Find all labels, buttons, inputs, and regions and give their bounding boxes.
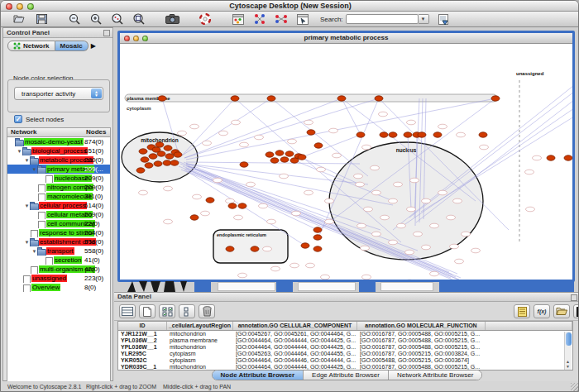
graph-node-unselected[interactable] (288, 139, 297, 144)
table-row[interactable]: YPL036W__2plasma membrane[GO:0044464, GO… (118, 337, 572, 344)
graph-node-unselected[interactable] (290, 263, 299, 268)
tree-item-unassigned[interactable]: unassigned223(0) (7, 274, 110, 283)
graph-node-selected[interactable] (290, 158, 299, 163)
graph-node-unselected[interactable] (361, 246, 370, 251)
graph-node-selected[interactable] (275, 151, 284, 155)
graph-node-selected[interactable] (479, 132, 487, 137)
tree-item-cellular-metabo[interactable]: cellular metabo209(0) (7, 210, 110, 219)
zoom-in-icon[interactable] (87, 12, 105, 26)
graph-node-unselected[interactable] (397, 223, 406, 228)
graph-node-selected[interactable] (152, 147, 160, 152)
graph-node-selected[interactable] (418, 132, 426, 137)
graph-node-unselected[interactable] (178, 131, 187, 136)
graph-node-unselected[interactable] (430, 271, 439, 276)
graph-node-unselected[interactable] (430, 223, 439, 228)
zoom-out-icon[interactable] (65, 12, 84, 26)
graph-node-selected[interactable] (433, 132, 442, 137)
advanced-search-icon[interactable] (434, 12, 452, 26)
expand-arrow-icon[interactable]: ▼ (31, 249, 37, 254)
graph-node-selected[interactable] (154, 161, 162, 166)
graph-node-selected[interactable] (285, 151, 294, 156)
graph-node-selected[interactable] (266, 152, 274, 157)
tree-item-nitrogen-compo[interactable]: nitrogen compo209(0) (7, 183, 110, 192)
background-window[interactable] (218, 282, 275, 291)
table-scrollbar-arrows[interactable]: ▲▼ (564, 359, 572, 369)
save-icon[interactable] (32, 12, 50, 26)
graph-node-unselected[interactable] (306, 263, 315, 268)
select-attributes-icon[interactable] (159, 304, 175, 318)
graph-node-unselected[interactable] (457, 132, 466, 137)
graph-node-selected[interactable] (145, 163, 153, 168)
graph-node-unselected[interactable] (317, 167, 326, 172)
graph-node-selected[interactable] (226, 246, 234, 251)
graph-node-selected[interactable] (251, 246, 259, 251)
graph-node-selected[interactable] (228, 203, 237, 208)
graph-node-unselected[interactable] (414, 232, 423, 237)
graph-node-selected[interactable] (301, 243, 309, 248)
expand-arrow-icon[interactable]: ▼ (17, 149, 22, 154)
graph-node-unselected[interactable] (371, 165, 380, 170)
graph-node-unselected[interactable] (193, 194, 202, 199)
layout-network-icon[interactable] (251, 12, 269, 26)
tab-node-attribute-browser[interactable]: Node Attribute Browser (213, 370, 304, 380)
tab-network-attribute-browser[interactable]: Network Attribute Browser (389, 370, 481, 380)
tree-item-cell-communicat[interactable]: cell communicat22(0) (7, 219, 110, 228)
help-icon[interactable] (196, 12, 214, 26)
graph-node-selected[interactable] (206, 198, 214, 203)
more-tabs-icon[interactable]: ▶ (91, 42, 96, 50)
import-attributes-icon[interactable] (553, 304, 570, 318)
tree-item-overview[interactable]: Overview8(0) (7, 283, 110, 292)
graph-node-selected[interactable] (404, 132, 412, 137)
attribute-browser-icon[interactable] (294, 12, 312, 26)
table-row[interactable]: YKR052Ccytoplasm[GO:0044464, GO:0044446,… (118, 357, 572, 364)
graph-node-unselected[interactable] (232, 120, 241, 125)
graph-node-selected[interactable] (240, 162, 248, 167)
graph-node-selected[interactable] (149, 154, 157, 159)
graph-node-selected[interactable] (380, 132, 388, 137)
graph-node-unselected[interactable] (190, 124, 199, 129)
graph-node-unselected[interactable] (453, 198, 462, 203)
graph-node-selected[interactable] (170, 160, 179, 165)
float-panel-icon[interactable] (103, 30, 110, 36)
table-icon[interactable] (119, 304, 136, 318)
graph-node-unselected[interactable] (422, 245, 431, 250)
column-header-3[interactable]: annotation.GO CELLULAR_COMPONENT (233, 322, 357, 330)
tree-item-nucleobase-[interactable]: nucleobase-209(0) (7, 174, 110, 183)
tree-item-metabolic-process[interactable]: ▼metabolic process280(0) (7, 155, 110, 165)
graph-node-selected[interactable] (231, 96, 239, 101)
matrix-icon[interactable] (573, 304, 579, 318)
graph-node-selected[interactable] (564, 155, 572, 160)
graph-node-selected[interactable] (298, 155, 306, 160)
graph-node-selected[interactable] (141, 157, 149, 162)
graph-node-selected[interactable] (389, 132, 397, 137)
graph-node-unselected[interactable] (438, 124, 447, 129)
graph-node-unselected[interactable] (379, 112, 388, 117)
graph-node-unselected[interactable] (213, 178, 223, 183)
tree-item-multi-organism-pro[interactable]: multi-organism pro42(0) (7, 265, 110, 274)
attribute-list-icon[interactable] (514, 304, 530, 318)
graph-node-unselected[interactable] (226, 198, 235, 203)
graph-node-unselected[interactable] (201, 211, 210, 216)
graph-node-unselected[interactable] (164, 219, 173, 224)
graph-node-unselected[interactable] (321, 275, 330, 280)
graph-node-unselected[interactable] (362, 145, 371, 150)
graph-node-unselected[interactable] (219, 131, 228, 136)
expand-arrow-icon[interactable]: ▼ (24, 203, 30, 208)
snapshot-icon[interactable] (163, 12, 181, 26)
layout-network-alt-icon[interactable] (272, 12, 290, 26)
graph-node-unselected[interactable] (447, 215, 456, 220)
graph-node-unselected[interactable] (525, 170, 534, 174)
float-data-panel-icon[interactable] (571, 294, 577, 301)
graph-node-unselected[interactable] (304, 120, 313, 125)
graph-node-unselected[interactable] (462, 232, 471, 237)
tab-mosaic[interactable]: Mosaic (55, 41, 89, 51)
graph-node-unselected[interactable] (234, 215, 243, 220)
graph-node-unselected[interactable] (407, 207, 416, 212)
graph-node-unselected[interactable] (362, 275, 371, 280)
region-plasma-membrane[interactable] (125, 94, 497, 102)
graph-node-unselected[interactable] (164, 186, 173, 191)
search-input[interactable] (346, 14, 419, 24)
table-scrollbar-thumb[interactable] (566, 332, 572, 346)
network-window-titlebar[interactable]: primary metabolic process (120, 33, 572, 44)
graph-node-selected[interactable] (163, 160, 171, 165)
